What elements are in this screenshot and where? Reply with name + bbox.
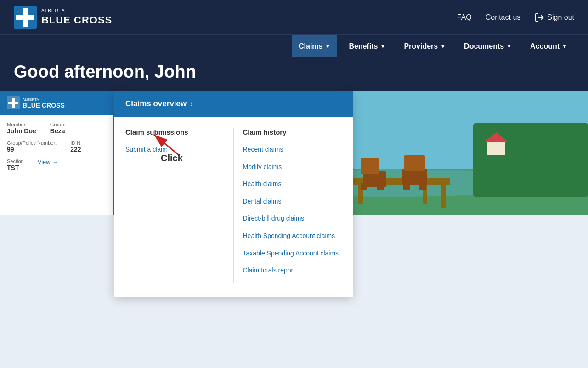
section-label: Section	[7, 159, 24, 164]
svg-rect-21	[403, 182, 410, 190]
svg-line-29	[154, 135, 179, 155]
svg-rect-16	[361, 158, 379, 174]
sign-out-icon	[534, 12, 544, 23]
svg-rect-12	[441, 185, 446, 208]
chevron-down-icon: ▼	[440, 43, 446, 50]
view-card-link[interactable]: View →	[38, 159, 58, 165]
direct-bill-drug-claims-link[interactable]: Direct-bill drug claims	[243, 214, 342, 223]
nav-bar: Claims ▼ Benefits ▼ Providers ▼ Document…	[0, 34, 588, 57]
card-body: Member: John Doe Group: Beza Group/Polic…	[0, 115, 113, 184]
dropdown-divider	[233, 128, 234, 283]
claim-totals-report-link[interactable]: Claim totals report	[243, 266, 342, 275]
main-content: ALBERTA BLUE CROSS Member: John Doe Grou…	[0, 91, 588, 367]
chevron-down-icon: ▼	[325, 43, 330, 50]
logo-alberta: ALBERTA	[41, 8, 112, 14]
nav-item-benefits[interactable]: Benefits ▼	[342, 35, 392, 57]
site-header: ALBERTA BLUE CROSS FAQ Contact us Sign o…	[0, 0, 588, 34]
chevron-right-icon: ›	[190, 100, 192, 108]
dropdown-header: Claims overview ›	[114, 91, 353, 117]
svg-rect-18	[377, 183, 384, 190]
sign-out-link[interactable]: Sign out	[534, 12, 574, 23]
group-value: Beza	[50, 127, 66, 135]
nav-item-claims[interactable]: Claims ▼	[292, 35, 337, 57]
group-label: Group:	[50, 122, 66, 127]
member-label: Member:	[7, 122, 36, 127]
policy-label: Group/Policy Number:	[7, 140, 57, 146]
id-value: 222	[70, 146, 81, 153]
blue-cross-logo-icon	[14, 6, 37, 29]
recent-claims-link[interactable]: Recent claims	[243, 145, 342, 154]
faq-link[interactable]: FAQ	[457, 13, 472, 22]
nav-item-documents[interactable]: Documents ▼	[457, 35, 519, 57]
history-title: Claim history	[243, 128, 342, 136]
chevron-down-icon: ▼	[506, 43, 512, 50]
annotation-text: Click	[161, 153, 183, 164]
member-name: John Doe	[7, 127, 36, 135]
modify-claims-link[interactable]: Modify claims	[243, 163, 342, 172]
hsa-claims-link[interactable]: Health Spending Account claims	[243, 232, 342, 241]
claim-history-col: Claim history Recent claims Modify claim…	[243, 128, 342, 283]
chevron-down-icon: ▼	[562, 43, 567, 50]
arrow-right-icon: →	[52, 159, 58, 165]
contact-us-link[interactable]: Contact us	[486, 13, 520, 22]
header-links: FAQ Contact us Sign out	[457, 12, 574, 23]
nav-item-providers[interactable]: Providers ▼	[397, 35, 452, 57]
svg-rect-9	[473, 123, 588, 197]
claims-dropdown: Claims overview › Claim submissions Subm…	[114, 91, 353, 297]
health-claims-link[interactable]: Health claims	[243, 180, 342, 189]
svg-rect-23	[487, 142, 505, 155]
card-header: ALBERTA BLUE CROSS	[0, 91, 113, 115]
svg-rect-20	[404, 155, 425, 171]
svg-rect-27	[8, 102, 18, 104]
svg-rect-22	[419, 182, 426, 190]
svg-rect-17	[361, 183, 368, 190]
id-label: ID N	[70, 140, 81, 146]
policy-number: 99	[7, 146, 57, 153]
dental-claims-link[interactable]: Dental claims	[243, 197, 342, 206]
section-value: TST	[7, 164, 24, 171]
claims-overview-link[interactable]: Claims overview	[125, 99, 187, 108]
logo-blue-cross: BLUE CROSS	[41, 14, 112, 27]
tsa-claims-link[interactable]: Taxable Spending Account claims	[243, 249, 342, 258]
card-logo-icon	[7, 96, 20, 109]
svg-rect-2	[16, 15, 34, 20]
member-card: ALBERTA BLUE CROSS Member: John Doe Grou…	[0, 91, 115, 215]
greeting: Good afternoon, John	[0, 57, 588, 91]
card-logo-alberta: ALBERTA	[23, 97, 65, 102]
nav-item-account[interactable]: Account ▼	[523, 35, 574, 57]
chevron-down-icon: ▼	[380, 43, 386, 50]
logo: ALBERTA BLUE CROSS	[14, 6, 112, 29]
card-logo-blue-cross: BLUE CROSS	[23, 102, 65, 109]
